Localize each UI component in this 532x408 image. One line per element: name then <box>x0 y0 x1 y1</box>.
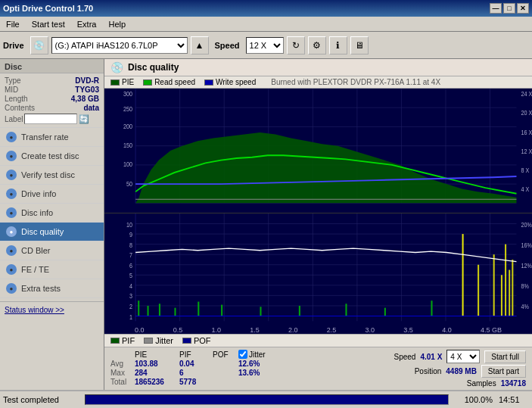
legend-burned: Burned with PLEXTOR DVDR PX-716A 1.11 at… <box>271 78 440 86</box>
disc-mid-row: MID TYG03 <box>5 86 99 94</box>
disc-label-input[interactable] <box>24 114 77 124</box>
drive-icon-btn[interactable]: 💿 <box>30 36 48 55</box>
label-icon[interactable]: 🔄 <box>79 114 89 124</box>
close-button[interactable]: ✕ <box>517 3 529 14</box>
svg-rect-73 <box>384 308 386 316</box>
nav-item-disc-quality[interactable]: ●Disc quality <box>0 223 104 241</box>
legend-jitter-color <box>144 338 153 344</box>
drive-info-label: Drive info <box>21 189 56 198</box>
menu-start-test[interactable]: Start test <box>29 18 68 30</box>
svg-text:4%: 4% <box>521 302 530 310</box>
nav-item-create-test-disc[interactable]: ●Create test disc <box>0 147 104 166</box>
cd-bler-icon: ● <box>6 245 17 256</box>
fe-te-icon: ● <box>6 264 17 275</box>
verify-test-disc-label: Verify test disc <box>21 170 75 179</box>
status-window-button[interactable]: Status window >> <box>5 306 64 314</box>
svg-text:16 X: 16 X <box>521 129 532 136</box>
maximize-button[interactable]: □ <box>503 3 515 14</box>
progress-bar-container <box>85 394 449 405</box>
jitter-checkbox[interactable] <box>238 350 247 359</box>
disc-quality-icon: ● <box>6 226 17 237</box>
svg-text:1: 1 <box>129 312 132 320</box>
start-full-button[interactable]: Start full <box>484 350 526 363</box>
settings-icon[interactable]: ⚙ <box>308 36 326 55</box>
svg-rect-64 <box>138 301 139 316</box>
svg-text:150: 150 <box>123 142 132 150</box>
legend-pof-color <box>182 338 191 344</box>
stats-jitter-checkbox-area: Jitter <box>238 350 266 359</box>
title-bar: Opti Drive Control 1.70 — □ ✕ <box>0 0 532 17</box>
disc-type-row: Type DVD-R <box>5 76 99 85</box>
legend-write-label: Write speed <box>216 78 256 86</box>
progress-pct: 100.0% <box>455 395 493 404</box>
svg-text:24 X: 24 X <box>521 90 532 98</box>
info-icon[interactable]: ℹ <box>329 36 347 55</box>
progress-bar-fill <box>86 395 448 404</box>
speed-select[interactable]: 12 X 8 X 4 X <box>246 37 284 54</box>
window-title: Opti Drive Control 1.70 <box>3 4 93 13</box>
disc-label-label: Label <box>5 115 23 123</box>
nav-item-verify-test-disc[interactable]: ●Verify test disc <box>0 166 104 185</box>
eject-icon[interactable]: ▲ <box>191 36 209 55</box>
menu-extra[interactable]: Extra <box>74 18 100 30</box>
svg-text:10: 10 <box>126 220 132 229</box>
refresh-icon[interactable]: ↻ <box>287 36 305 55</box>
x-label-40: 4.0 <box>442 326 452 334</box>
status-time: 14:51 <box>499 395 529 404</box>
create-test-disc-label: Create test disc <box>21 151 79 160</box>
x-label-05: 0.5 <box>173 326 183 334</box>
speed-stat-select[interactable]: 4 X 8 X 12 X <box>446 350 480 363</box>
disc-label-row: Label 🔄 <box>5 114 99 124</box>
drive-select[interactable]: (G:) ATAPI iHAS120 6.7L0P <box>51 37 188 54</box>
svg-text:8%: 8% <box>521 282 530 290</box>
svg-rect-72 <box>345 304 347 316</box>
menu-bar: File Start test Extra Help <box>0 17 532 32</box>
disc-section-header: Disc <box>0 59 104 73</box>
start-part-button[interactable]: Start part <box>481 365 526 378</box>
nav-item-transfer-rate[interactable]: ●Transfer rate <box>0 128 104 147</box>
drive-label: Drive <box>3 41 24 50</box>
legend-pie-label: PIE <box>122 78 134 86</box>
pif-avg: 0.04 <box>179 360 210 368</box>
menu-file[interactable]: File <box>3 18 23 30</box>
svg-text:5: 5 <box>129 271 132 279</box>
nav-item-cd-bler[interactable]: ●CD Bler <box>0 241 104 260</box>
extra-tests-icon: ● <box>6 283 17 294</box>
pif-total: 5778 <box>179 378 210 386</box>
svg-rect-74 <box>431 301 432 316</box>
x-label-35: 3.5 <box>403 326 413 334</box>
svg-rect-77 <box>493 254 495 316</box>
stats-avg-row: Avg 103.88 0.04 12.6% <box>110 360 266 368</box>
svg-text:12%: 12% <box>521 261 532 269</box>
legend-bottom-bar: PIF Jitter POF <box>104 334 532 347</box>
x-label-30: 3.0 <box>366 326 375 334</box>
menu-help[interactable]: Help <box>105 18 129 30</box>
minimize-button[interactable]: — <box>490 3 502 14</box>
charts-container: 300 250 200 150 100 50 24 X 20 X 16 X 12… <box>104 89 532 334</box>
toolbar: Drive 💿 (G:) ATAPI iHAS120 6.7L0P ▲ Spee… <box>0 32 532 59</box>
nav-item-extra-tests[interactable]: ●Extra tests <box>0 279 104 298</box>
verify-test-disc-icon: ● <box>6 170 17 180</box>
position-label: Position <box>415 367 442 375</box>
nav-item-disc-info[interactable]: ●Disc info <box>0 204 104 223</box>
legend-jitter: Jitter <box>144 336 173 345</box>
svg-text:20 X: 20 X <box>521 110 532 117</box>
stats-right: Speed 4.01 X 4 X 8 X 12 X Start full Pos… <box>394 350 526 388</box>
svg-rect-65 <box>148 306 149 316</box>
nav-item-fe-te[interactable]: ●FE / TE <box>0 260 104 279</box>
jitter-max: 13.6% <box>238 369 260 377</box>
extra-tests-label: Extra tests <box>21 284 61 293</box>
stats-total-row: Total 1865236 5778 <box>110 378 266 386</box>
position-value: 4489 MB <box>446 367 477 375</box>
legend-pof-label: POF <box>194 336 211 345</box>
total-label: Total <box>110 378 132 386</box>
pie-avg: 103.88 <box>135 360 176 368</box>
nav-item-drive-info[interactable]: ●Drive info <box>0 185 104 204</box>
pie-max: 284 <box>135 369 176 377</box>
sidebar: Disc Type DVD-R MID TYG03 Length 4,38 GB… <box>0 59 104 390</box>
legend-read-color <box>143 79 152 86</box>
monitor-icon[interactable]: 🖥 <box>350 36 369 55</box>
svg-rect-80 <box>509 269 510 316</box>
legend-pif-color <box>110 338 120 344</box>
disc-contents-label: Contents <box>5 104 35 112</box>
